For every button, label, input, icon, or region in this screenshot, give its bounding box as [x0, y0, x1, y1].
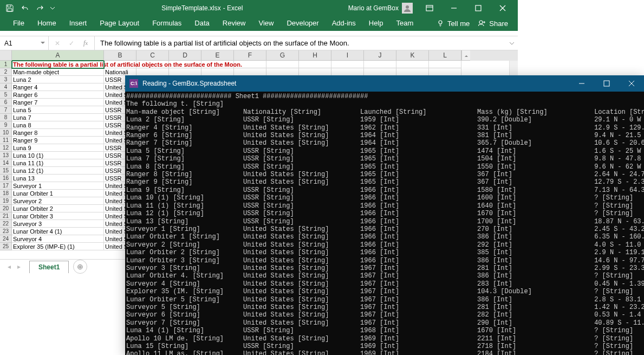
row-header[interactable]: 13	[0, 152, 12, 159]
column-header[interactable]: A	[12, 50, 104, 61]
ribbon-tab-add-ins[interactable]: Add-ins	[326, 16, 362, 31]
column-header[interactable]: L	[429, 50, 461, 61]
cell[interactable]: The following table is a partial list of…	[12, 61, 104, 68]
select-all-corner[interactable]	[0, 50, 12, 61]
cell[interactable]	[266, 68, 299, 76]
column-header[interactable]: J	[364, 50, 396, 61]
cell[interactable]: Surveyor 3	[12, 220, 104, 228]
cell[interactable]	[266, 61, 299, 68]
cell[interactable]: Lunar Orbiter 2	[12, 205, 104, 212]
row-header[interactable]: 25	[0, 243, 12, 250]
console-output[interactable]: ########################### Sheet1 #####…	[125, 92, 644, 355]
row-header[interactable]: 6	[0, 99, 12, 106]
cell[interactable]: Ranger 4	[12, 83, 104, 91]
cell[interactable]: Lunar Orbiter 1	[12, 190, 104, 197]
scroll-up-icon[interactable]	[461, 50, 470, 61]
ribbon-tab-team[interactable]: Team	[390, 16, 420, 31]
ribbon-tab-data[interactable]: Data	[188, 16, 216, 31]
cell[interactable]	[429, 61, 461, 68]
redo-icon[interactable]	[34, 2, 47, 15]
row-header[interactable]: 2	[0, 68, 12, 76]
cell[interactable]: Ranger 8	[12, 129, 104, 137]
console-titlebar[interactable]: C:\ Reading - GemBox.Spreadsheet	[125, 75, 644, 92]
row-header[interactable]: 1	[0, 61, 12, 68]
column-header[interactable]: I	[331, 50, 364, 61]
ribbon-tab-help[interactable]: Help	[362, 16, 390, 31]
cell[interactable]: Man-made object	[12, 68, 104, 76]
console-minimize-icon[interactable]	[569, 75, 594, 92]
cell[interactable]	[396, 61, 429, 68]
column-header[interactable]: B	[104, 50, 136, 61]
column-header[interactable]: C	[136, 50, 169, 61]
cell[interactable]	[331, 68, 364, 76]
row-header[interactable]: 3	[0, 76, 12, 83]
ribbon-tab-page-layout[interactable]: Page Layout	[93, 16, 146, 31]
row-header[interactable]: 24	[0, 235, 12, 243]
row-header[interactable]: 21	[0, 212, 12, 220]
cell[interactable]: Ranger 9	[12, 137, 104, 144]
cell[interactable]: Surveyor 4	[12, 235, 104, 243]
column-header[interactable]: F	[234, 50, 266, 61]
minimize-icon[interactable]	[441, 0, 466, 16]
cell[interactable]: Luna 5	[12, 106, 104, 114]
cell[interactable]: Luna 12 (1)	[12, 167, 104, 175]
cell[interactable]: Luna 7	[12, 114, 104, 121]
fx-icon[interactable]: fx	[79, 37, 92, 49]
row-header[interactable]: 15	[0, 167, 12, 175]
row-header[interactable]: 5	[0, 91, 12, 99]
row-header[interactable]: 9	[0, 121, 12, 129]
excel-titlebar[interactable]: SimpleTemplate.xlsx - Excel Mario at Gem…	[0, 0, 518, 16]
row-header[interactable]: 19	[0, 197, 12, 205]
row-header[interactable]: 8	[0, 114, 12, 121]
enter-icon[interactable]: ✓	[65, 37, 78, 49]
cell[interactable]: Nationali	[104, 68, 136, 76]
tell-me-button[interactable]: Tell me	[437, 20, 470, 28]
row-header[interactable]: 23	[0, 228, 12, 235]
save-icon[interactable]	[3, 2, 16, 15]
ribbon-tab-view[interactable]: View	[252, 16, 280, 31]
cancel-icon[interactable]: ✕	[51, 37, 64, 49]
row-header[interactable]: 20	[0, 205, 12, 212]
row-header[interactable]: 16	[0, 175, 12, 182]
cell[interactable]: Luna 11 (1)	[12, 159, 104, 167]
cell[interactable]	[364, 61, 396, 68]
cell[interactable]: Surveyor 2	[12, 197, 104, 205]
row-header[interactable]: 22	[0, 220, 12, 228]
cell[interactable]	[234, 68, 266, 76]
ribbon-tab-developer[interactable]: Developer	[280, 16, 325, 31]
cell[interactable]	[429, 68, 461, 76]
cell[interactable]: Explorer 35 (IMP-E) (1)	[12, 243, 104, 250]
row-header[interactable]: 10	[0, 129, 12, 137]
cell[interactable]: Surveyor 1	[12, 182, 104, 190]
ribbon-display-icon[interactable]	[417, 0, 441, 16]
close-icon[interactable]	[490, 0, 515, 16]
cell[interactable]: Luna 2	[12, 76, 104, 83]
cell[interactable]: Lunar Orbiter 4 (1)	[12, 228, 104, 235]
ribbon-tab-review[interactable]: Review	[216, 16, 252, 31]
ribbon-tab-home[interactable]: Home	[31, 16, 63, 31]
column-header[interactable]: H	[299, 50, 331, 61]
cell[interactable]	[136, 68, 169, 76]
add-sheet-button[interactable]: ⊕	[73, 260, 87, 274]
column-header[interactable]: D	[169, 50, 201, 61]
formula-text[interactable]: The following table is a partial list of…	[95, 36, 506, 50]
column-header[interactable]: K	[396, 50, 429, 61]
row-header[interactable]: 7	[0, 106, 12, 114]
row-header[interactable]: 18	[0, 190, 12, 197]
cell[interactable]	[201, 68, 234, 76]
ribbon-tab-file[interactable]: File	[6, 16, 31, 31]
name-box[interactable]: A1	[0, 36, 49, 50]
column-header[interactable]: G	[266, 50, 299, 61]
ribbon-tab-formulas[interactable]: Formulas	[146, 16, 188, 31]
row-header[interactable]: 12	[0, 144, 12, 152]
row-header[interactable]: 11	[0, 137, 12, 144]
sheet-tab[interactable]: Sheet1	[29, 261, 69, 273]
cell[interactable]	[331, 61, 364, 68]
cell[interactable]: Luna 8	[12, 121, 104, 129]
row-header[interactable]: 17	[0, 182, 12, 190]
cell[interactable]: Lunar Orbiter 3	[12, 212, 104, 220]
cell[interactable]	[169, 68, 201, 76]
share-button[interactable]: Share	[478, 20, 508, 28]
cell[interactable]	[364, 68, 396, 76]
row-header[interactable]: 4	[0, 83, 12, 91]
